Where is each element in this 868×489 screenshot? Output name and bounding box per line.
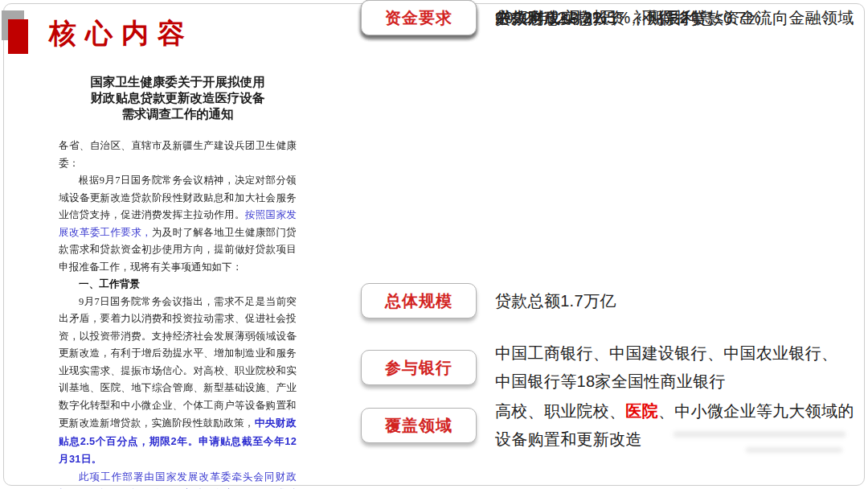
key-point-desc: 贷款总额1.7万亿	[495, 287, 616, 315]
doc-title-line: 需求调查工作的通知	[59, 106, 297, 122]
key-point-badge: 资金要求	[361, 0, 477, 35]
key-point-desc: 高校、职业院校、医院、中小微企业等九大领域的 设备购置和更新改造	[495, 397, 854, 454]
slide: 核心内容 国家卫生健康委关于开展拟使用 财政贴息贷款更新改造医疗设备 需求调查工…	[0, 0, 868, 489]
key-point-badge: 总体规模	[361, 283, 477, 318]
doc-title-line: 国家卫生健康委关于开展拟使用	[59, 74, 297, 90]
key-point-desc: 必须形成实物投资，不得将贷款资金流向金融领域	[495, 4, 854, 32]
watermark-residue	[674, 431, 845, 438]
key-point-row-covered-fields: 覆盖领域 高校、职业院校、医院、中小微企业等九大领域的 设备购置和更新改造	[361, 397, 863, 454]
doc-title: 国家卫生健康委关于开展拟使用 财政贴息贷款更新改造医疗设备 需求调查工作的通知	[59, 74, 297, 122]
key-point-badge: 参与银行	[361, 350, 477, 385]
key-point-row-participating-banks: 参与银行 中国工商银行、中国建设银行、中国农业银行、 中国银行等18家全国性商业…	[361, 339, 863, 396]
doc-title-line: 财政贴息贷款更新改造医疗设备	[59, 90, 297, 106]
doc-paragraph-3: 此项工作部署由国家发展改革委牵头会同财政部、人民银行、银保监会、审计署负责，具体…	[59, 469, 297, 489]
notice-document: 国家卫生健康委关于开展拟使用 财政贴息贷款更新改造医疗设备 需求调查工作的通知 …	[59, 74, 297, 489]
key-point-desc: 中国工商银行、中国建设银行、中国农业银行、 中国银行等18家全国性商业银行	[495, 339, 837, 396]
doc-paragraph-2: 9月7日国务院常务会议指出，需求不足是当前突出矛盾，要着力以消费和投资拉动需求、…	[59, 294, 297, 469]
doc-section-heading: 一、工作背景	[59, 276, 297, 294]
key-point-row-total-scale: 总体规模 贷款总额1.7万亿	[361, 283, 863, 318]
watermark-residue	[746, 447, 842, 453]
doc-salutation: 各省、自治区、直辖市及新疆生产建设兵团卫生健康委：	[59, 138, 297, 172]
key-point-row-fund-requirements: 资金要求 必须形成实物投资，不得将贷款资金流向金融领域	[361, 0, 863, 35]
key-point-badge: 覆盖领域	[361, 408, 477, 443]
doc-paragraph-1: 根据9月7日国务院常务会议精神，决定对部分领域设备更新改造贷款阶段性财政贴息和加…	[59, 172, 297, 276]
header-accent-red-square	[8, 19, 28, 54]
doc-body: 各省、自治区、直辖市及新疆生产建设兵团卫生健康委： 根据9月7日国务院常务会议精…	[59, 138, 297, 489]
page-title: 核心内容	[49, 15, 194, 52]
